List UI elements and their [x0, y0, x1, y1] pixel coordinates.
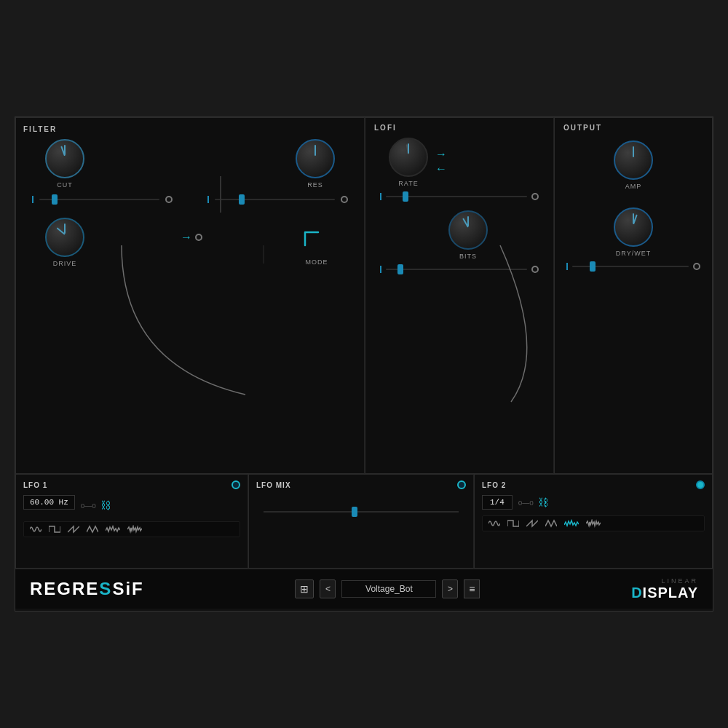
cut-modulation-node[interactable] — [165, 196, 173, 203]
main-panels: FILTER CUT RES — [15, 117, 713, 474]
preset-next-button[interactable]: > — [442, 579, 458, 598]
lfo2-panel: LFO 2 1/4 o—o ⛓ — [474, 474, 713, 569]
preset-grid-button[interactable]: ⊞ — [295, 579, 314, 598]
lfo1-header: LFO 1 — [23, 480, 240, 489]
res-label: RES — [307, 181, 323, 189]
bits-knob[interactable] — [448, 210, 488, 250]
mode-symbol[interactable] — [298, 219, 335, 256]
wave-noise[interactable] — [127, 525, 142, 534]
cut-knob-container: CUT — [45, 139, 84, 189]
amp-knob[interactable] — [614, 141, 653, 180]
lfo2-note-display: 1/4 — [482, 495, 513, 510]
rate-mod-node[interactable] — [531, 193, 539, 200]
bits-slider[interactable] — [397, 264, 403, 274]
rate-knob[interactable] — [389, 138, 428, 177]
lfo-mix-panel: LFO MIX — [248, 474, 474, 569]
bits-mod-node[interactable] — [531, 266, 539, 273]
lfo1-panel: LFO 1 60.00 Hz o—o ⛓ — [15, 474, 248, 569]
preset-name-display: Voltage_Bot — [341, 580, 436, 598]
lfo-section: LFO 1 60.00 Hz o—o ⛓ LFO MIX — [15, 474, 713, 569]
drive-knob-container: DRIVE — [45, 218, 84, 267]
brand-left: REGRESSiF — [30, 579, 144, 599]
plugin-container: FILTER CUT RES — [15, 116, 713, 612]
drive-knob[interactable] — [45, 218, 84, 257]
cut-knob[interactable] — [45, 139, 84, 178]
bottom-bar: REGRESSiF ⊞ < Voltage_Bot > ≡ LINEAR DIS… — [15, 569, 713, 609]
res-slider[interactable] — [239, 194, 245, 205]
lfo2-wave-square[interactable] — [507, 519, 519, 528]
lfo1-link-icon[interactable]: ⛓ — [100, 499, 111, 511]
lfo-mix-thumb[interactable] — [352, 507, 357, 517]
brand-right: LINEAR DISPLAY — [631, 577, 698, 601]
lfo2-link-icon[interactable]: ⛓ — [538, 496, 548, 508]
wave-square[interactable] — [49, 525, 60, 534]
wave-random[interactable] — [106, 525, 120, 534]
preset-controls: ⊞ < Voltage_Bot > ≡ — [295, 579, 480, 598]
lfo1-waveform-selector[interactable] — [23, 521, 240, 537]
lofi-panel: LOFI RATE → ← — [365, 117, 554, 474]
rate-knob-container: RATE — [389, 138, 428, 187]
lfo2-indicator — [696, 480, 705, 489]
filter-title: FILTER — [23, 125, 357, 133]
lofi-title: LOFI — [374, 124, 545, 132]
lfo2-controls: 1/4 o—o ⛓ — [482, 495, 705, 510]
lofi-arrows: → ← — [435, 138, 447, 175]
wave-sawtooth[interactable] — [68, 525, 79, 534]
bits-knob-container: BITS — [392, 210, 545, 260]
amp-label: AMP — [625, 183, 642, 190]
lfo2-waveform-selector[interactable] — [482, 515, 705, 531]
lfo-mix-slider-area — [256, 511, 466, 513]
drywet-knob[interactable] — [614, 207, 653, 247]
drywet-mod-node[interactable] — [693, 263, 700, 270]
lfo2-title: LFO 2 — [482, 481, 506, 489]
rate-slider[interactable] — [403, 191, 408, 202]
lfo-mix-indicator — [457, 480, 466, 489]
wave-sine[interactable] — [30, 525, 41, 534]
mode-label: MODE — [306, 258, 328, 266]
lfo1-indicator — [232, 480, 240, 489]
lfo2-wave-random[interactable] — [564, 519, 579, 528]
arrow-left-icon: ← — [435, 162, 447, 175]
brand-s-highlight: S — [99, 579, 112, 598]
lfo1-title: LFO 1 — [23, 481, 47, 489]
output-panel: OUTPUT AMP DRY/WET — [554, 117, 713, 474]
lfo2-wave-sine[interactable] — [488, 519, 500, 528]
drywet-label: DRY/WET — [616, 250, 651, 257]
drive-arrow: → — [181, 231, 192, 244]
brand-main: DISPLAY — [631, 585, 698, 601]
lfo1-chain-icon: o—o — [81, 502, 96, 510]
amp-knob-container: AMP — [614, 141, 653, 190]
preset-prev-button[interactable]: < — [320, 579, 336, 598]
res-knob-container: RES — [296, 139, 335, 189]
res-modulation-node[interactable] — [341, 196, 348, 203]
cut-slider[interactable] — [52, 194, 58, 205]
res-knob[interactable] — [296, 139, 335, 178]
rate-label: RATE — [398, 180, 418, 187]
drive-mod-node[interactable] — [195, 234, 202, 241]
lfo1-freq-display: 60.00 Hz — [23, 495, 75, 510]
filter-panel: FILTER CUT RES — [15, 117, 365, 474]
preset-menu-button[interactable]: ≡ — [464, 579, 480, 598]
mode-container: MODE — [298, 219, 335, 266]
lfo-mix-header: LFO MIX — [256, 480, 466, 489]
drywet-slider[interactable] — [590, 261, 596, 272]
bits-label: BITS — [459, 253, 477, 260]
wave-triangle[interactable] — [87, 525, 98, 534]
drywet-knob-container: DRY/WET — [614, 207, 653, 257]
lfo2-wave-noise[interactable] — [586, 519, 601, 528]
lfo-mix-track — [264, 511, 459, 513]
lfo2-chain-icon: o—o — [518, 499, 534, 507]
lfo2-header: LFO 2 — [482, 480, 705, 489]
brand-sub: LINEAR — [631, 577, 698, 585]
lfo2-wave-triangle[interactable] — [545, 519, 557, 528]
arrow-right-icon: → — [435, 148, 447, 161]
lfo2-wave-sawtooth[interactable] — [526, 519, 538, 528]
cut-label: CUT — [57, 181, 73, 189]
drive-label: DRIVE — [53, 260, 77, 267]
lfo-mix-title: LFO MIX — [256, 481, 291, 489]
lfo1-controls: 60.00 Hz o—o ⛓ — [23, 495, 240, 515]
output-title: OUTPUT — [563, 124, 703, 132]
